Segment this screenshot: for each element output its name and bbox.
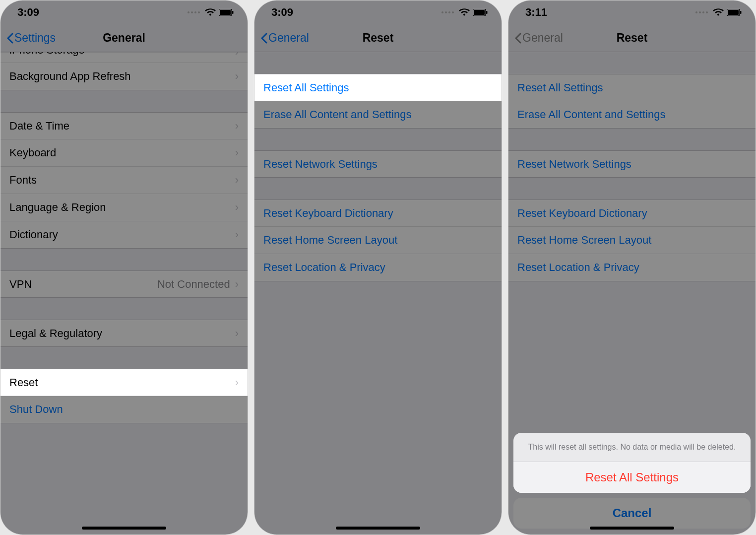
- chevron-right-icon: ›: [235, 228, 239, 241]
- chevron-right-icon: ›: [235, 174, 239, 187]
- nav-back-button[interactable]: Settings: [6, 31, 56, 45]
- group-spacer: [254, 129, 502, 150]
- nav-back-label: General: [522, 31, 563, 45]
- row-keyboard[interactable]: Keyboard ›: [0, 139, 248, 167]
- svg-rect-2: [232, 11, 234, 14]
- nav-bar: General Reset: [254, 24, 502, 52]
- screen-general: 3:09 Settings General iPhone Storage › B…: [0, 0, 248, 535]
- row-label: Language & Region: [9, 201, 235, 214]
- row-reset-all-settings[interactable]: Reset All Settings: [254, 74, 502, 101]
- row-reset-location-privacy[interactable]: Reset Location & Privacy: [508, 254, 756, 281]
- chevron-right-icon: ›: [235, 376, 239, 389]
- status-bar: 3:11: [508, 0, 756, 24]
- row-label: Reset Home Screen Layout: [263, 234, 493, 247]
- row-label: Reset Location & Privacy: [517, 261, 747, 274]
- svg-rect-8: [740, 11, 742, 14]
- row-fonts[interactable]: Fonts ›: [0, 167, 248, 194]
- group-spacer: [254, 178, 502, 200]
- row-iphone-storage[interactable]: iPhone Storage ›: [0, 52, 248, 63]
- svg-rect-1: [220, 10, 231, 15]
- battery-icon: [727, 9, 742, 16]
- chevron-left-icon: [260, 33, 267, 44]
- group-spacer: [0, 298, 248, 320]
- status-time: 3:09: [271, 6, 293, 19]
- row-label: iPhone Storage: [9, 52, 235, 57]
- svg-rect-4: [474, 10, 485, 15]
- status-time: 3:11: [525, 6, 547, 19]
- row-label: Reset All Settings: [517, 81, 747, 94]
- row-reset-network[interactable]: Reset Network Settings: [254, 150, 502, 178]
- svg-rect-7: [728, 10, 739, 15]
- confirm-reset-button[interactable]: Reset All Settings: [513, 462, 751, 493]
- battery-icon: [219, 9, 234, 16]
- nav-back-label: Settings: [14, 31, 56, 45]
- row-vpn[interactable]: VPN Not Connected ›: [0, 270, 248, 298]
- group-spacer: [0, 90, 248, 112]
- status-time: 3:09: [17, 6, 39, 19]
- row-label: VPN: [9, 278, 157, 291]
- reset-list[interactable]: Reset All Settings Erase All Content and…: [254, 52, 502, 535]
- status-bar: 3:09: [0, 0, 248, 24]
- chevron-right-icon: ›: [235, 201, 239, 214]
- home-indicator[interactable]: [590, 527, 674, 530]
- status-right: [441, 8, 488, 16]
- row-dictionary[interactable]: Dictionary ›: [0, 221, 248, 249]
- group-spacer: [508, 178, 756, 200]
- nav-bar: General Reset: [508, 24, 756, 52]
- row-reset-all-settings[interactable]: Reset All Settings: [508, 74, 756, 101]
- row-label: Keyboard: [9, 146, 235, 159]
- row-label: Reset: [9, 376, 235, 389]
- row-label: Reset All Settings: [263, 81, 493, 94]
- row-label: Date & Time: [9, 120, 235, 133]
- group-spacer: [254, 52, 502, 74]
- status-bar: 3:09: [254, 0, 502, 24]
- settings-list[interactable]: iPhone Storage › Background App Refresh …: [0, 52, 248, 535]
- row-reset[interactable]: Reset ›: [0, 369, 248, 396]
- nav-bar: Settings General: [0, 24, 248, 52]
- nav-back-button[interactable]: General: [260, 31, 309, 45]
- group-spacer: [0, 249, 248, 270]
- row-label: Shut Down: [9, 403, 239, 416]
- home-indicator[interactable]: [336, 527, 420, 530]
- row-language-region[interactable]: Language & Region ›: [0, 194, 248, 221]
- svg-rect-5: [486, 11, 488, 14]
- group-spacer: [508, 52, 756, 74]
- row-legal[interactable]: Legal & Regulatory ›: [0, 320, 248, 347]
- chevron-right-icon: ›: [235, 278, 239, 291]
- row-label: Reset Keyboard Dictionary: [263, 207, 493, 220]
- cancel-button[interactable]: Cancel: [513, 498, 751, 529]
- row-label: Erase All Content and Settings: [263, 108, 493, 121]
- chevron-left-icon: [514, 33, 521, 44]
- signal-dots-icon: [441, 11, 454, 13]
- status-right: [188, 8, 234, 16]
- row-value: Not Connected: [157, 278, 230, 291]
- chevron-right-icon: ›: [235, 327, 239, 340]
- home-indicator[interactable]: [82, 527, 166, 530]
- action-sheet-body: This will reset all settings. No data or…: [513, 433, 751, 493]
- row-erase-all[interactable]: Erase All Content and Settings: [254, 101, 502, 129]
- row-date-time[interactable]: Date & Time ›: [0, 112, 248, 139]
- row-reset-keyboard-dict[interactable]: Reset Keyboard Dictionary: [254, 200, 502, 227]
- row-label: Reset Network Settings: [263, 158, 493, 171]
- wifi-icon: [713, 8, 724, 16]
- row-label: Reset Home Screen Layout: [517, 234, 747, 247]
- signal-dots-icon: [188, 11, 200, 13]
- row-label: Reset Keyboard Dictionary: [517, 207, 747, 220]
- row-shut-down[interactable]: Shut Down: [0, 396, 248, 423]
- row-bg-refresh[interactable]: Background App Refresh ›: [0, 63, 248, 90]
- chevron-right-icon: ›: [235, 70, 239, 83]
- row-reset-home-layout[interactable]: Reset Home Screen Layout: [508, 227, 756, 254]
- chevron-left-icon: [6, 33, 13, 44]
- row-label: Background App Refresh: [9, 70, 235, 83]
- battery-icon: [473, 9, 488, 16]
- row-label: Legal & Regulatory: [9, 327, 235, 340]
- row-erase-all[interactable]: Erase All Content and Settings: [508, 101, 756, 129]
- group-spacer: [0, 347, 248, 369]
- row-reset-home-layout[interactable]: Reset Home Screen Layout: [254, 227, 502, 254]
- signal-dots-icon: [695, 11, 708, 13]
- row-reset-keyboard-dict[interactable]: Reset Keyboard Dictionary: [508, 200, 756, 227]
- chevron-right-icon: ›: [235, 52, 239, 59]
- group-spacer: [508, 129, 756, 150]
- row-reset-location-privacy[interactable]: Reset Location & Privacy: [254, 254, 502, 281]
- row-reset-network[interactable]: Reset Network Settings: [508, 150, 756, 178]
